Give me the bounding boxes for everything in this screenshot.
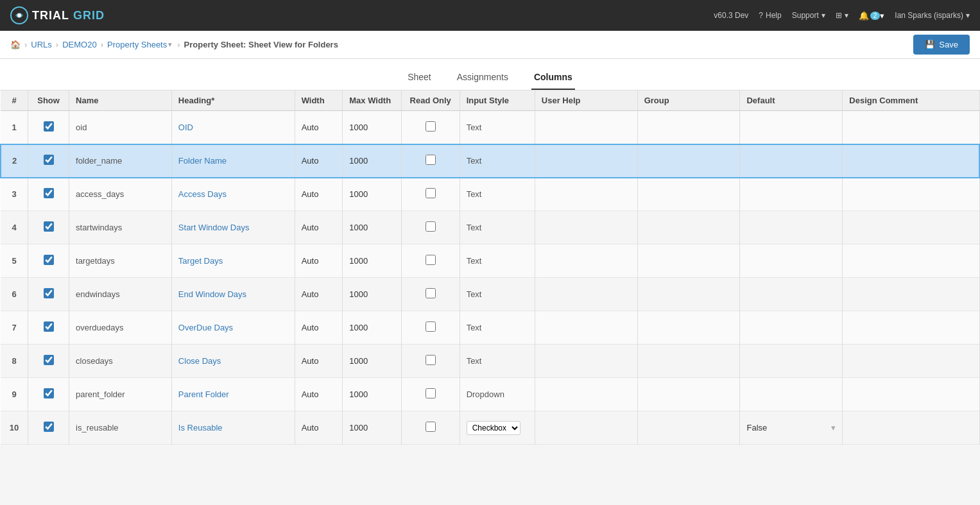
- row-show-4[interactable]: [28, 211, 69, 244]
- row-default-7[interactable]: [740, 311, 843, 345]
- row-readonly-2[interactable]: [401, 144, 460, 178]
- row-show-3[interactable]: [28, 178, 69, 211]
- row-heading-8[interactable]: Close Days: [171, 345, 295, 378]
- table-row[interactable]: 10is_reusableIs ReusableAuto1000Checkbox…: [1, 411, 979, 445]
- row-default-1[interactable]: [740, 111, 843, 144]
- row-heading-4[interactable]: Start Window Days: [171, 211, 295, 244]
- row-default-10[interactable]: False▾: [740, 411, 843, 445]
- row-default-8[interactable]: [740, 345, 843, 378]
- row-inputstyle-7[interactable]: Text: [460, 311, 535, 345]
- row-name-7: overduedays: [69, 311, 172, 345]
- row-default-4[interactable]: [740, 211, 843, 244]
- readonly-checkbox-3[interactable]: [426, 188, 436, 198]
- row-heading-1[interactable]: OID: [171, 111, 295, 144]
- inputstyle-select-10[interactable]: Checkbox: [467, 421, 520, 435]
- readonly-checkbox-9[interactable]: [426, 388, 436, 398]
- row-heading-2[interactable]: Folder Name: [171, 144, 295, 178]
- table-row[interactable]: 6endwindaysEnd Window DaysAuto1000Text: [1, 278, 979, 311]
- show-checkbox-7[interactable]: [44, 321, 54, 332]
- show-checkbox-4[interactable]: [44, 221, 54, 232]
- brand-grid: GRID: [73, 9, 105, 22]
- show-checkbox-1[interactable]: [44, 121, 54, 132]
- user-menu[interactable]: Ian Sparks (isparks) ▾: [895, 11, 970, 20]
- row-readonly-9[interactable]: [401, 378, 460, 411]
- row-readonly-4[interactable]: [401, 211, 460, 244]
- row-readonly-7[interactable]: [401, 311, 460, 345]
- readonly-checkbox-2[interactable]: [426, 155, 436, 165]
- row-show-9[interactable]: [28, 378, 69, 411]
- tab-assignments[interactable]: Assignments: [454, 67, 511, 90]
- readonly-checkbox-6[interactable]: [426, 288, 436, 298]
- row-default-9[interactable]: [740, 378, 843, 411]
- show-checkbox-10[interactable]: [44, 422, 54, 432]
- save-button[interactable]: 💾 Save: [913, 35, 970, 55]
- row-show-6[interactable]: [28, 278, 69, 311]
- row-show-2[interactable]: [28, 144, 69, 178]
- support-menu[interactable]: Support ▾: [792, 11, 825, 20]
- row-heading-7[interactable]: OverDue Days: [171, 311, 295, 345]
- help-link[interactable]: ? Help: [759, 11, 781, 20]
- row-heading-3[interactable]: Access Days: [171, 178, 295, 211]
- table-row[interactable]: 9parent_folderParent FolderAuto1000Dropd…: [1, 378, 979, 411]
- readonly-checkbox-7[interactable]: [426, 321, 436, 332]
- readonly-checkbox-5[interactable]: [426, 255, 436, 265]
- row-inputstyle-9[interactable]: Dropdown: [460, 378, 535, 411]
- table-row[interactable]: 8closedaysClose DaysAuto1000Text: [1, 345, 979, 378]
- breadcrumb-urls[interactable]: URLs: [31, 40, 52, 49]
- readonly-checkbox-1[interactable]: [426, 121, 436, 132]
- show-checkbox-3[interactable]: [44, 188, 54, 198]
- show-checkbox-6[interactable]: [44, 288, 54, 298]
- show-checkbox-9[interactable]: [44, 388, 54, 398]
- breadcrumb-demo[interactable]: DEMO20: [62, 40, 96, 49]
- row-readonly-10[interactable]: [401, 411, 460, 445]
- notifications-bell[interactable]: 🔔 2 ▾: [859, 11, 885, 21]
- row-inputstyle-8[interactable]: Text: [460, 345, 535, 378]
- row-show-7[interactable]: [28, 311, 69, 345]
- table-row[interactable]: 4startwindaysStart Window DaysAuto1000Te…: [1, 211, 979, 244]
- table-row[interactable]: 2folder_nameFolder NameAuto1000Text: [1, 144, 979, 178]
- row-heading-9[interactable]: Parent Folder: [171, 378, 295, 411]
- row-readonly-1[interactable]: [401, 111, 460, 144]
- row-inputstyle-3[interactable]: Text: [460, 178, 535, 211]
- row-readonly-8[interactable]: [401, 345, 460, 378]
- table-row[interactable]: 5targetdaysTarget DaysAuto1000Text: [1, 244, 979, 278]
- row-show-5[interactable]: [28, 244, 69, 278]
- show-checkbox-8[interactable]: [44, 355, 54, 365]
- row-heading-6[interactable]: End Window Days: [171, 278, 295, 311]
- row-show-8[interactable]: [28, 345, 69, 378]
- row-inputstyle-1[interactable]: Text: [460, 111, 535, 144]
- table-row[interactable]: 1oidOIDAuto1000Text: [1, 111, 979, 144]
- breadcrumb-home[interactable]: 🏠: [10, 40, 21, 49]
- row-inputstyle-6[interactable]: Text: [460, 278, 535, 311]
- table-row[interactable]: 3access_daysAccess DaysAuto1000Text: [1, 178, 979, 211]
- readonly-checkbox-4[interactable]: [426, 221, 436, 232]
- readonly-checkbox-8[interactable]: [426, 355, 436, 365]
- row-default-3[interactable]: [740, 178, 843, 211]
- row-show-1[interactable]: [28, 111, 69, 144]
- row-readonly-5[interactable]: [401, 244, 460, 278]
- row-maxwidth-5: 1000: [343, 244, 402, 278]
- chevron-down-icon5: ▾: [168, 40, 172, 49]
- row-inputstyle-4[interactable]: Text: [460, 211, 535, 244]
- row-readonly-6[interactable]: [401, 278, 460, 311]
- menu-icon-area[interactable]: ⊞ ▾: [836, 11, 848, 20]
- row-comment-4: [843, 211, 979, 244]
- tab-sheet[interactable]: Sheet: [405, 67, 434, 90]
- row-default-5[interactable]: [740, 244, 843, 278]
- row-userhelp-7: [535, 311, 637, 345]
- breadcrumb-property-sheets[interactable]: Property Sheets: [107, 40, 167, 49]
- row-inputstyle-5[interactable]: Text: [460, 244, 535, 278]
- row-default-6[interactable]: [740, 278, 843, 311]
- row-default-2[interactable]: [740, 144, 843, 178]
- table-row[interactable]: 7overduedaysOverDue DaysAuto1000Text: [1, 311, 979, 345]
- tab-columns[interactable]: Columns: [531, 67, 575, 90]
- row-inputstyle-10[interactable]: Checkbox: [460, 411, 535, 445]
- row-readonly-3[interactable]: [401, 178, 460, 211]
- row-heading-10[interactable]: Is Reusable: [171, 411, 295, 445]
- readonly-checkbox-10[interactable]: [426, 422, 436, 432]
- row-show-10[interactable]: [28, 411, 69, 445]
- row-inputstyle-2[interactable]: Text: [460, 144, 535, 178]
- show-checkbox-2[interactable]: [44, 155, 54, 165]
- show-checkbox-5[interactable]: [44, 255, 54, 265]
- row-heading-5[interactable]: Target Days: [171, 244, 295, 278]
